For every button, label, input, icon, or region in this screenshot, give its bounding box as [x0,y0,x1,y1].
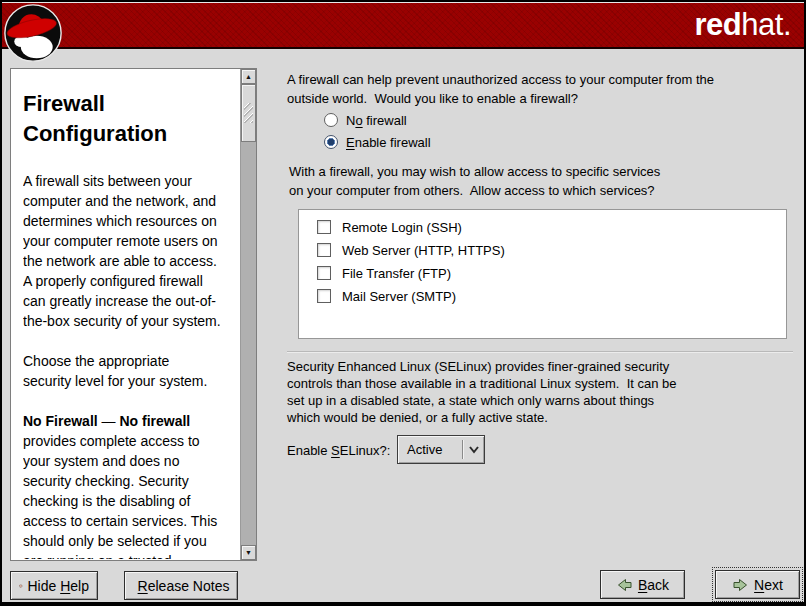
service-label: Mail Server (SMTP) [342,289,456,304]
arrow-left-icon [616,577,633,593]
selinux-dropdown-value: Active [398,442,462,457]
checkbox-icon[interactable] [317,220,331,234]
help-text: Firewall Configuration A firewall sits b… [23,81,234,559]
scroll-down-button[interactable]: ▼ [241,545,256,560]
help-paragraph-1: A firewall sits between your computer an… [23,171,234,331]
release-notes-label: Release Notes [138,578,230,594]
help-paragraph-no-firewall: No Firewall — No firewall provides compl… [23,411,234,559]
no-firewall-term-2: No firewall [119,413,190,429]
back-label: Back [638,577,669,593]
help-scrollbar[interactable]: ▲ ▼ [240,69,256,560]
release-notes-button[interactable]: Release Notes [124,571,238,600]
service-row-ftp[interactable]: File Transfer (FTP) [317,264,451,282]
service-label: Web Server (HTTP, HTTPS) [342,243,505,258]
service-row-smtp[interactable]: Mail Server (SMTP) [317,287,456,305]
hide-help-button[interactable]: Hide Help [10,571,98,600]
radio-enable-firewall[interactable]: Enable firewall [324,133,431,151]
installer-window: redhat. Firewall Configuration A firewal… [0,0,806,606]
service-label: File Transfer (FTP) [342,266,451,281]
redhat-shadowman-logo-icon [3,3,63,63]
chevron-down-icon [464,445,484,454]
wordmark-red: red [695,7,742,42]
next-button[interactable]: Next [715,570,800,599]
radio-button-icon[interactable] [324,113,338,127]
no-firewall-description: provides complete access to your system … [23,433,217,559]
next-label: Next [754,577,783,593]
radio-no-firewall-label: No firewall [346,113,407,128]
wordmark-hat: hat. [741,7,791,42]
scrollbar-thumb[interactable] [241,84,256,142]
service-row-ssh[interactable]: Remote Login (SSH) [317,218,462,236]
selinux-dropdown[interactable]: Active [397,435,485,464]
help-paragraph-2: Choose the appropriate security level fo… [23,351,234,391]
checkbox-icon[interactable] [317,289,331,303]
enable-selinux-label: Enable SELinux?: [287,443,390,458]
redhat-wordmark: redhat. [695,5,791,45]
radio-enable-firewall-label: Enable firewall [346,135,431,150]
firewall-intro-text: A firewall can help prevent unauthorized… [287,70,714,108]
header-banner: redhat. [2,2,804,49]
back-button[interactable]: Back [600,570,685,599]
arrow-right-icon [732,577,749,593]
help-panel: Firewall Configuration A firewall sits b… [10,68,257,561]
no-firewall-term: No Firewall [23,413,98,429]
radio-button-selected-icon[interactable] [324,135,338,149]
services-list: Remote Login (SSH) Web Server (HTTP, HTT… [298,209,787,339]
checkbox-icon[interactable] [317,266,331,280]
section-separator [287,351,793,353]
no-firewall-dash: — [98,413,120,429]
services-intro-text: With a firewall, you may wish to allow a… [289,162,660,200]
scroll-up-button[interactable]: ▲ [241,69,256,84]
checkbox-icon[interactable] [317,243,331,257]
service-row-http[interactable]: Web Server (HTTP, HTTPS) [317,241,505,259]
help-title: Firewall Configuration [23,89,234,149]
service-label: Remote Login (SSH) [342,220,462,235]
selinux-intro-text: Security Enhanced Linux (SELinux) provid… [287,358,677,426]
radio-no-firewall[interactable]: No firewall [324,111,407,129]
arrow-up-icon: ▲ [245,73,252,80]
hide-help-label: Hide Help [28,578,90,594]
arrow-down-icon: ▼ [245,549,252,556]
lifesaver-icon [19,576,23,596]
